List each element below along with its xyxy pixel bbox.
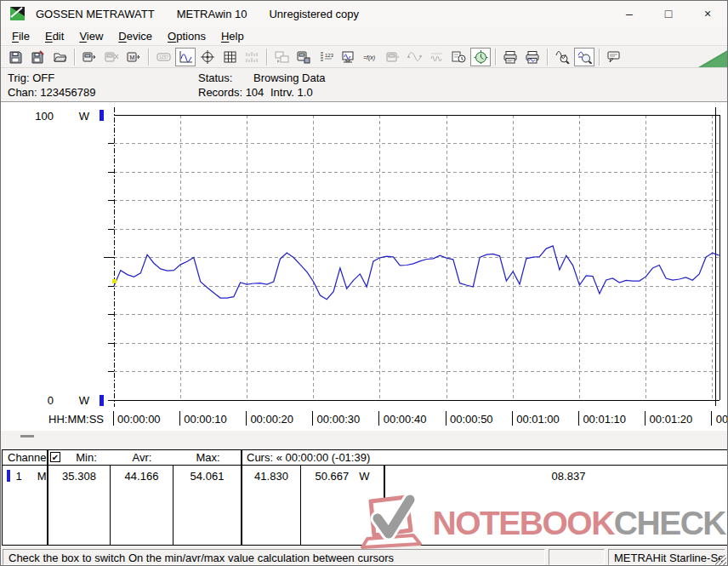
toolbar-button-print-chart[interactable] [522, 48, 543, 66]
toolbar-button-device-settings[interactable] [293, 48, 314, 66]
titlebar: GOSSEN METRAWATT METRAwin 10 Unregistere… [1, 1, 727, 26]
y-axis-top-unit: W [79, 110, 90, 123]
table-header-max: Max: [173, 451, 242, 464]
x-tick-label: 00:00:30 [317, 413, 361, 426]
titlebar-app-name: GOSSEN METRAWATT [36, 8, 155, 20]
multimeter-display-icon: 1257 [156, 50, 171, 64]
toolbar-button-open-folder[interactable] [49, 48, 70, 66]
maximize-button[interactable]: □ [649, 1, 688, 26]
read-device-icon [82, 50, 97, 64]
save-file-as-icon [31, 50, 45, 64]
x-tick-label: 00:00:40 [384, 413, 427, 426]
y-axis-bottom-label: 0 [48, 394, 54, 407]
toolbar: M1257123=f(x) [1, 45, 727, 68]
toolbar-separator [495, 49, 496, 66]
toolbar-button-formula-fx[interactable]: =f(x) [360, 48, 380, 66]
resize-grip[interactable] [715, 555, 726, 566]
x-tick-label: 00:01:30 [716, 413, 728, 426]
table-cell-delta: 08.837 [385, 466, 727, 545]
monitor-view-icon [341, 50, 355, 64]
table-cell-min: 35.308 [48, 466, 111, 545]
interval-timer-icon [474, 50, 488, 64]
status-panel: Trig: OFF Chan: 123456789 Status: Browsi… [1, 68, 727, 101]
table-cell-max: 54.061 [173, 466, 242, 545]
menu-bar: FileEditViewDeviceOptionsHelp [1, 26, 727, 45]
toolbar-button-save-file[interactable] [5, 48, 26, 66]
toolbar-button-channel-list[interactable]: 123 [316, 48, 336, 66]
toolbar-button-histogram-view [242, 48, 262, 66]
wave-record-icon [429, 50, 444, 64]
chart-view-icon [179, 50, 193, 64]
close-button[interactable]: × [688, 1, 727, 26]
minimize-button[interactable]: – [610, 1, 649, 26]
device-settings-icon [297, 50, 311, 64]
toolbar-button-read-device-memory[interactable]: M [123, 48, 144, 66]
toolbar-button-print-report[interactable] [500, 48, 520, 66]
toolbar-button-zoom-time[interactable] [552, 48, 572, 66]
toolbar-button-annotation[interactable] [604, 48, 624, 66]
menu-item-edit[interactable]: Edit [37, 28, 71, 44]
cursor-table: Channel: ✔ Min: Avr: Max: Curs: « 00:00:… [2, 449, 728, 546]
toolbar-button-zoom-window[interactable] [574, 48, 594, 66]
y-axis-top-label: 100 [35, 110, 54, 123]
toolbar-button-monitor-view[interactable] [338, 48, 358, 66]
toolbar-button-device-memory [382, 48, 402, 66]
toolbar-button-save-file-as[interactable] [27, 48, 48, 66]
menu-item-help[interactable]: Help [213, 28, 252, 44]
app-logo-icon [10, 7, 25, 20]
toolbar-button-interval-timer[interactable] [470, 48, 491, 66]
y-axis-marker-bottom [100, 395, 104, 406]
histogram-view-icon [245, 50, 259, 64]
x-tick-label: 00:00:20 [250, 413, 293, 426]
toolbar-separator [266, 49, 267, 66]
toolbar-separator [599, 49, 600, 66]
power-series-line [114, 246, 719, 300]
toolbar-button-chart-view[interactable] [175, 48, 196, 66]
table-cell-avr: 44.166 [111, 466, 173, 545]
x-tick-label: 00:00:00 [117, 413, 161, 426]
table-header-cursors: Curs: « 00:00:00 (-01:39) [242, 450, 727, 466]
formula-fx-icon: =f(x) [363, 50, 378, 64]
menu-item-file[interactable]: File [4, 28, 37, 44]
print-chart-icon [526, 50, 540, 64]
cancel-read-device-icon [105, 50, 119, 64]
toolbar-button-wave-filter [404, 48, 424, 66]
toolbar-button-table-view[interactable] [219, 48, 240, 66]
table-cell-cursor2: 50.667 W [301, 466, 385, 545]
toolbar-button-time-sync[interactable] [448, 48, 469, 66]
toolbar-button-transfer-data [271, 48, 292, 66]
read-device-memory-icon: M [127, 50, 141, 64]
power-chart[interactable]: 00:00:0000:00:1000:00:2000:00:3000:00:40… [1, 102, 728, 432]
toolbar-button-cancel-read-device [101, 48, 122, 66]
svg-text:M: M [129, 54, 134, 60]
time-sync-icon [452, 50, 466, 64]
table-header-channel: Channel: [3, 450, 48, 466]
transfer-data-icon [275, 50, 289, 64]
menu-item-device[interactable]: Device [111, 28, 160, 44]
statusbar-middle-panel [549, 549, 605, 565]
metrawin-window: GOSSEN METRAWATT METRAwin 10 Unregistere… [0, 0, 728, 566]
x-tick-label: 00:01:20 [650, 413, 693, 426]
y-axis-bottom-unit: W [79, 394, 90, 407]
titlebar-license: Unregistered copy [269, 8, 359, 20]
interval-value: Intrv. 1.0 [270, 86, 313, 99]
table-cell-channel: 1 M [3, 466, 48, 545]
toolbar-separator [148, 49, 149, 66]
horizontal-scrollbar-thumb[interactable] [20, 435, 34, 437]
channel-list-icon: 123 [319, 50, 333, 64]
green-corner-triangle [698, 49, 728, 67]
wave-filter-icon [407, 50, 422, 64]
zoom-window-icon [577, 50, 592, 64]
menu-item-options[interactable]: Options [160, 28, 213, 44]
records-count: Records: 104 [198, 86, 264, 99]
status-value: Browsing Data [253, 71, 326, 84]
toolbar-button-read-device[interactable] [79, 48, 100, 66]
device-memory-icon [385, 50, 400, 64]
trigger-status: Trig: OFF [8, 71, 54, 84]
minmax-checkbox[interactable]: ✔ [50, 452, 60, 462]
menu-item-view[interactable]: View [71, 28, 111, 44]
svg-text:=f(x): =f(x) [363, 54, 375, 61]
toolbar-button-scope-view[interactable] [197, 48, 218, 66]
statusbar-hint: Check the box to switch On the min/avr/m… [3, 549, 545, 565]
toolbar-separator [74, 49, 75, 66]
